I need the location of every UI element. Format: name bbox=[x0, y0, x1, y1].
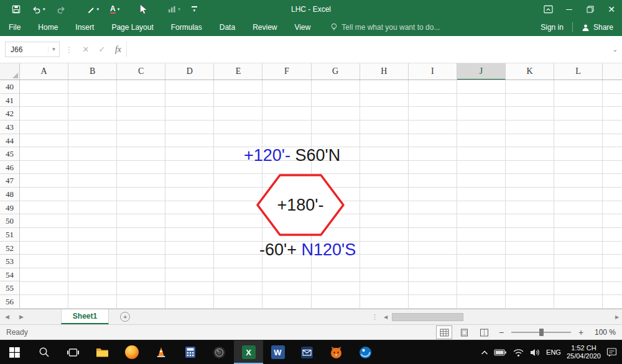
insert-function-button[interactable]: fx bbox=[110, 45, 126, 55]
zoom-in-button[interactable]: + bbox=[576, 327, 586, 337]
sheet-nav-left-icon[interactable]: ◀ bbox=[0, 314, 14, 320]
page-break-view-button[interactable] bbox=[476, 326, 491, 339]
tab-home[interactable]: Home bbox=[29, 19, 67, 36]
redo-button[interactable] bbox=[51, 0, 72, 19]
zoom-level[interactable]: 100 % bbox=[591, 328, 616, 337]
column-header-B[interactable]: B bbox=[68, 63, 117, 80]
tab-scroll-splitter[interactable]: ⋮ bbox=[369, 313, 381, 321]
column-header-A[interactable]: A bbox=[20, 63, 68, 80]
excel-button[interactable]: X bbox=[234, 340, 263, 364]
qat-pen-button[interactable]: ▾ bbox=[81, 0, 105, 19]
qat-customize-button[interactable]: ▾ bbox=[186, 0, 203, 19]
row-header-44[interactable]: 44 bbox=[0, 134, 19, 148]
cancel-button[interactable]: ✕ bbox=[78, 45, 94, 54]
select-all-button[interactable] bbox=[0, 63, 20, 80]
wifi-icon[interactable] bbox=[513, 348, 524, 357]
file-explorer-button[interactable] bbox=[88, 340, 117, 364]
fox-app-button[interactable] bbox=[322, 340, 351, 364]
enter-button[interactable]: ✓ bbox=[94, 45, 110, 54]
undo-dropdown-icon[interactable]: ▾ bbox=[43, 7, 45, 12]
horizontal-scrollbar[interactable]: ◀ ▶ bbox=[381, 309, 622, 325]
word-button[interactable]: W bbox=[263, 340, 292, 364]
column-header-L[interactable]: L bbox=[554, 63, 603, 80]
sign-in-button[interactable]: Sign in bbox=[541, 23, 564, 32]
tab-insert[interactable]: Insert bbox=[67, 19, 103, 36]
hscroll-right-icon[interactable]: ▶ bbox=[612, 314, 622, 320]
tab-page-layout[interactable]: Page Layout bbox=[103, 19, 162, 36]
page-layout-view-button[interactable] bbox=[457, 326, 471, 339]
zoom-out-button[interactable]: − bbox=[496, 327, 506, 337]
mail-app-button[interactable] bbox=[292, 340, 322, 364]
speaker-icon[interactable] bbox=[530, 348, 541, 357]
row-header-47[interactable]: 47 bbox=[0, 174, 19, 188]
row-header-43[interactable]: 43 bbox=[0, 121, 19, 134]
row-header-48[interactable]: 48 bbox=[0, 188, 19, 201]
vlc-button[interactable] bbox=[146, 340, 175, 364]
zoom-slider[interactable] bbox=[511, 328, 571, 337]
restore-button[interactable] bbox=[580, 0, 601, 19]
row-header-53[interactable]: 53 bbox=[0, 255, 19, 268]
tab-data[interactable]: Data bbox=[211, 19, 244, 36]
column-header-F[interactable]: F bbox=[262, 63, 311, 80]
qat-select-button[interactable] bbox=[134, 0, 154, 19]
hscroll-track[interactable] bbox=[391, 313, 612, 321]
minimize-button[interactable] bbox=[559, 0, 580, 19]
row-header-40[interactable]: 40 bbox=[0, 80, 19, 94]
new-sheet-button[interactable]: + bbox=[120, 312, 130, 322]
zoom-thumb[interactable] bbox=[539, 329, 544, 336]
row-header-52[interactable]: 52 bbox=[0, 242, 19, 255]
column-header-H[interactable]: H bbox=[360, 63, 409, 80]
tab-formulas[interactable]: Formulas bbox=[162, 19, 211, 36]
share-button[interactable]: Share bbox=[582, 23, 613, 32]
tab-review[interactable]: Review bbox=[244, 19, 285, 36]
qat-font-button[interactable]: A ▾ bbox=[104, 0, 125, 19]
row-header-55[interactable]: 55 bbox=[0, 281, 19, 295]
tray-chevron-up-icon[interactable] bbox=[481, 350, 488, 355]
qat-extra-button[interactable]: ▾ bbox=[162, 0, 186, 19]
language-indicator[interactable]: ENG bbox=[546, 348, 561, 356]
row-header-41[interactable]: 41 bbox=[0, 94, 19, 107]
column-header-K[interactable]: K bbox=[506, 63, 554, 80]
column-header-J[interactable]: J bbox=[457, 63, 506, 80]
row-header-49[interactable]: 49 bbox=[0, 201, 19, 215]
column-header-G[interactable]: G bbox=[312, 63, 360, 80]
qat-extra-dropdown-icon[interactable]: ▾ bbox=[178, 7, 180, 12]
row-header-50[interactable]: 50 bbox=[0, 214, 19, 228]
action-center-icon[interactable] bbox=[606, 347, 617, 357]
firefox-button[interactable] bbox=[117, 340, 146, 364]
row-header-42[interactable]: 42 bbox=[0, 107, 19, 121]
save-button[interactable] bbox=[6, 0, 26, 19]
row-header-54[interactable]: 54 bbox=[0, 268, 19, 282]
tab-file[interactable]: File bbox=[0, 19, 29, 36]
hscroll-thumb[interactable] bbox=[392, 313, 463, 321]
tab-view[interactable]: View bbox=[286, 19, 320, 36]
row-header-51[interactable]: 51 bbox=[0, 228, 19, 242]
camera-button[interactable] bbox=[205, 340, 234, 364]
name-box[interactable]: J66 ▼ bbox=[5, 42, 60, 57]
hexagon-shape[interactable]: +180'- bbox=[254, 172, 346, 238]
start-button[interactable] bbox=[0, 340, 29, 364]
row-header-45[interactable]: 45 bbox=[0, 147, 19, 161]
qat-pen-dropdown-icon[interactable]: ▾ bbox=[97, 7, 100, 12]
calculator-button[interactable] bbox=[175, 340, 205, 364]
browser-app-button[interactable] bbox=[351, 340, 380, 364]
column-header-E[interactable]: E bbox=[214, 63, 262, 80]
sheet-nav-right-icon[interactable]: ▶ bbox=[14, 314, 29, 320]
formula-input[interactable] bbox=[126, 42, 608, 57]
undo-button[interactable]: ▾ bbox=[26, 0, 51, 19]
row-header-56[interactable]: 56 bbox=[0, 295, 19, 309]
name-box-dropdown-icon[interactable]: ▼ bbox=[48, 47, 59, 52]
hscroll-left-icon[interactable]: ◀ bbox=[381, 314, 391, 320]
namebox-splitter[interactable]: ⋮ bbox=[60, 45, 78, 54]
ribbon-display-options-button[interactable] bbox=[537, 0, 559, 19]
row-header-46[interactable]: 46 bbox=[0, 161, 19, 175]
battery-icon[interactable] bbox=[494, 348, 507, 357]
task-view-button[interactable] bbox=[58, 340, 88, 364]
column-header-I[interactable]: I bbox=[409, 63, 457, 80]
clock[interactable]: 1:52 CH 25/04/2020 bbox=[567, 344, 601, 360]
cells-grid[interactable]: +120'- S60'N +180'- -60'+ N120'S bbox=[20, 80, 622, 309]
column-header-D[interactable]: D bbox=[165, 63, 214, 80]
column-header-C[interactable]: C bbox=[117, 63, 165, 80]
close-button[interactable]: ✕ bbox=[601, 0, 622, 19]
search-button[interactable] bbox=[29, 340, 58, 364]
